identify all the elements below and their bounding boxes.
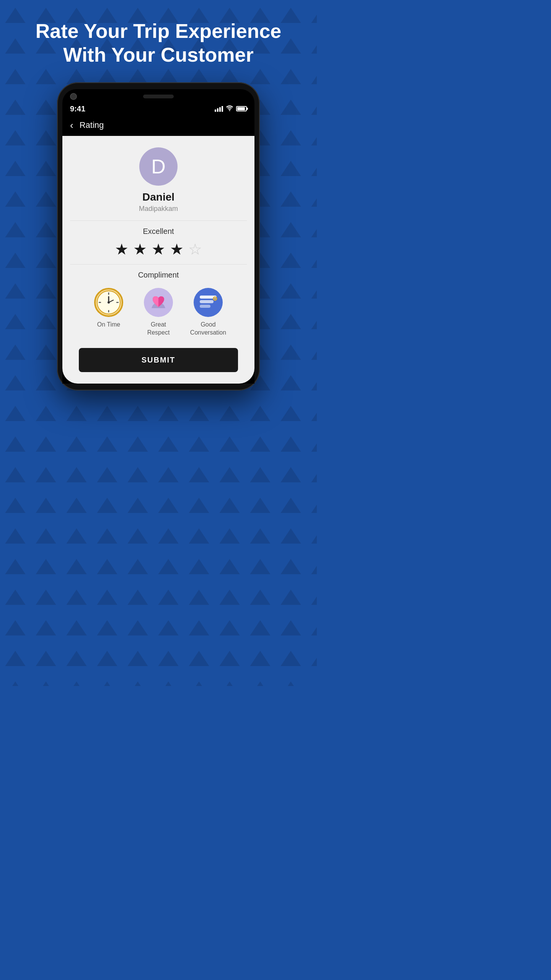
nav-bar: ‹ Rating: [62, 115, 254, 136]
back-button[interactable]: ‹: [70, 119, 73, 131]
svg-point-0: [229, 110, 230, 111]
star-1[interactable]: ★: [115, 240, 129, 258]
great-respect-label: GreatRespect: [147, 321, 170, 337]
star-5[interactable]: ☆: [188, 240, 202, 258]
customer-location: Madipakkam: [139, 205, 178, 213]
svg-rect-14: [200, 305, 210, 308]
good-conversation-label: GoodConversation: [190, 321, 226, 337]
compliment-items: On Time: [70, 287, 247, 337]
compliment-section: Compliment: [70, 271, 247, 372]
wifi-icon: [225, 105, 234, 113]
on-time-label: On Time: [97, 321, 120, 329]
star-2[interactable]: ★: [133, 240, 147, 258]
camera-dot: [70, 93, 77, 100]
svg-point-16: [214, 298, 215, 299]
status-icons: [215, 105, 247, 113]
signal-icon: [215, 106, 223, 112]
rating-section: Excellent ★ ★ ★ ★ ☆: [70, 227, 247, 258]
great-respect-icon: [143, 287, 174, 318]
battery-icon: [236, 106, 247, 111]
speaker-grill: [143, 95, 174, 98]
page-title: Rate Your Trip Experience With Your Cust…: [0, 0, 317, 82]
star-4[interactable]: ★: [170, 240, 184, 258]
phone-frame: 9:41 ‹ R: [57, 82, 260, 391]
compliment-label: Compliment: [70, 271, 247, 279]
svg-point-17: [215, 298, 216, 299]
rating-label: Excellent: [70, 227, 247, 236]
content-area: D Daniel Madipakkam Excellent ★ ★ ★ ★ ☆: [62, 136, 254, 384]
customer-name: Daniel: [142, 191, 174, 203]
star-3[interactable]: ★: [152, 240, 165, 258]
svg-rect-13: [200, 300, 214, 303]
compliment-item-good-conversation[interactable]: GoodConversation: [189, 287, 227, 337]
avatar: D: [139, 147, 178, 186]
good-conversation-icon: [193, 287, 223, 318]
avatar-section: D Daniel Madipakkam: [70, 147, 247, 213]
submit-button[interactable]: SUBMIT: [79, 348, 238, 372]
status-time: 9:41: [70, 105, 85, 113]
status-bar: 9:41: [62, 103, 254, 115]
compliment-item-on-time[interactable]: On Time: [90, 287, 128, 337]
phone-notch: [62, 89, 254, 103]
divider-1: [70, 220, 247, 221]
divider-2: [70, 264, 247, 265]
on-time-icon: [93, 287, 124, 318]
svg-point-9: [108, 301, 110, 304]
svg-point-15: [213, 297, 217, 301]
compliment-item-great-respect[interactable]: GreatRespect: [139, 287, 178, 337]
nav-title: Rating: [80, 120, 104, 130]
app-content: ‹ Rating D Daniel Madipakkam Excellent ★…: [62, 115, 254, 384]
stars-row[interactable]: ★ ★ ★ ★ ☆: [70, 240, 247, 258]
